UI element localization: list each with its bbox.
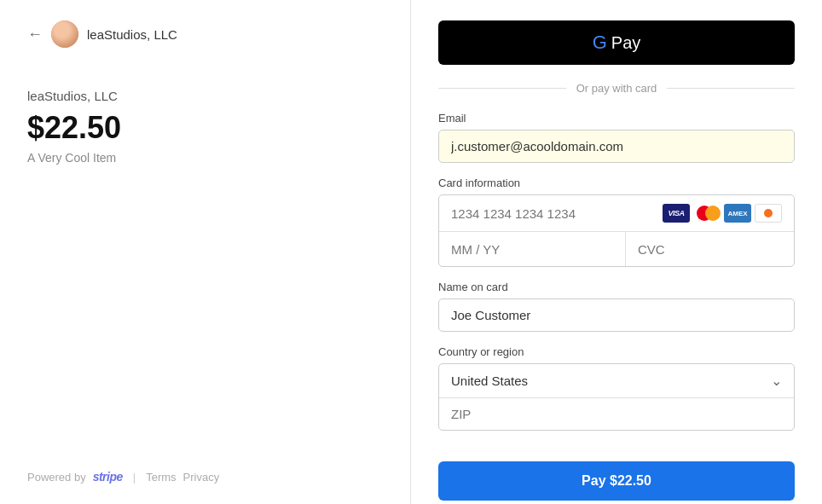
country-group: Country or region United States ⌄ [438,345,795,431]
card-icons: VISA AMEX [663,204,782,223]
name-on-card-label: Name on card [438,281,795,293]
card-info-group: Card information VISA AMEX [438,177,795,267]
right-panel: GPay Or pay with card Email Card informa… [411,0,822,504]
chevron-down-icon: ⌄ [771,373,782,389]
divider-row: Or pay with card [438,82,795,95]
name-on-card-input[interactable] [438,298,795,332]
divider-line-left [438,88,566,89]
country-wrapper: United States ⌄ [438,363,795,431]
gpay-label: Pay [611,33,640,53]
card-info-wrapper: VISA AMEX [438,194,795,267]
country-select-text: United States [451,374,771,388]
item-name: A Very Cool Item [27,151,383,165]
footer-divider: | [133,471,136,484]
email-group: Email [438,112,795,163]
divider-text: Or pay with card [576,82,657,95]
merchant-info: leaStudios, LLC $22.50 A Very Cool Item [27,89,383,165]
left-panel: ← leaStudios, LLC leaStudios, LLC $22.50… [0,0,411,504]
pay-button[interactable]: Pay $22.50 [438,461,795,501]
divider-line-right [667,88,795,89]
stripe-logo: stripe [93,470,123,484]
cvc-input[interactable] [638,242,795,257]
amex-icon: AMEX [724,204,751,223]
price: $22.50 [27,110,383,146]
card-bottom-row: ▮▮▮ [439,232,794,266]
card-number-input[interactable] [451,206,663,221]
g-blue: G [593,32,607,54]
merchant-name-header: leaStudios, LLC [87,27,177,42]
card-number-row: VISA AMEX [439,195,794,232]
name-on-card-group: Name on card [438,281,795,332]
country-label: Country or region [438,345,795,358]
email-input[interactable] [438,130,795,163]
card-info-label: Card information [438,177,795,189]
zip-input[interactable] [439,398,794,430]
powered-by-text: Powered by [27,471,86,484]
discover-icon [755,204,782,223]
visa-icon: VISA [663,204,690,223]
left-footer: Powered by stripe | Terms Privacy [27,470,383,484]
gpay-button[interactable]: GPay [438,20,795,65]
back-header: ← leaStudios, LLC [27,20,383,48]
mm-yy-input[interactable] [439,232,626,266]
avatar [51,20,78,48]
gpay-text: GPay [593,32,641,54]
terms-link[interactable]: Terms [146,471,176,484]
country-select-row[interactable]: United States ⌄ [439,364,794,398]
mastercard-icon [693,204,721,223]
privacy-link[interactable]: Privacy [183,471,220,484]
merchant-name: leaStudios, LLC [27,89,383,103]
back-arrow-icon[interactable]: ← [27,26,43,42]
cvc-row: ▮▮▮ [626,232,795,266]
email-label: Email [438,112,795,125]
